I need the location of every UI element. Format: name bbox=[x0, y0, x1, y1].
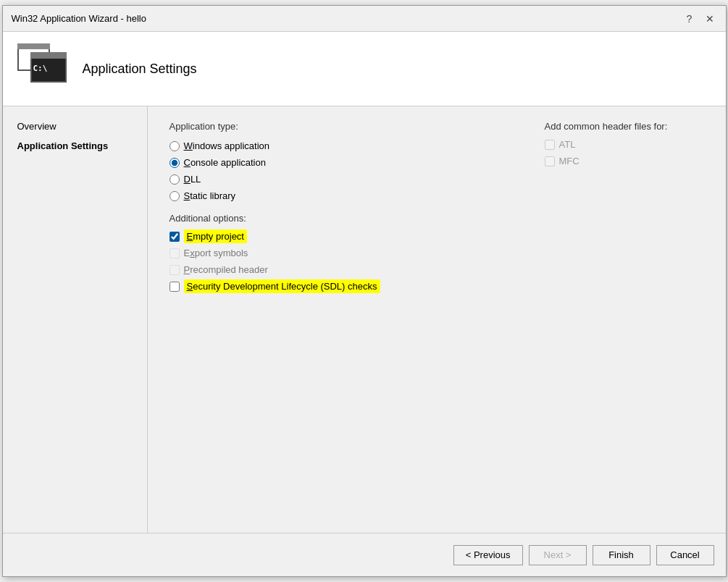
radio-label-dll: DLL bbox=[184, 174, 201, 185]
checkbox-label-export-symbols: Export symbols bbox=[184, 248, 248, 258]
app-type-title: Application type: bbox=[170, 121, 501, 132]
checkbox-group-options: Empty project Export symbols Precompiled… bbox=[170, 231, 501, 292]
cancel-button[interactable]: Cancel bbox=[656, 545, 714, 565]
checkbox-mfc bbox=[545, 156, 555, 166]
close-button[interactable]: ✕ bbox=[703, 12, 717, 26]
sidebar-item-overview[interactable]: Overview bbox=[12, 118, 138, 135]
radio-item-dll[interactable]: DLL bbox=[170, 174, 501, 185]
additional-options-title: Additional options: bbox=[170, 213, 501, 224]
icon-text: C:\ bbox=[33, 64, 48, 73]
dialog-window: Win32 Application Wizard - hello ? ✕ C:\… bbox=[2, 5, 727, 577]
checkbox-atl bbox=[545, 140, 555, 150]
radio-console[interactable] bbox=[170, 158, 180, 168]
radio-label-console: Console application bbox=[184, 157, 266, 168]
sidebar: Overview Application Settings bbox=[3, 106, 148, 533]
checkbox-empty-project[interactable] bbox=[170, 232, 180, 242]
checkbox-item-sdl[interactable]: Security Development Lifecycle (SDL) che… bbox=[170, 281, 501, 292]
checkbox-label-empty-project: Empty project bbox=[184, 231, 247, 242]
content-area: Overview Application Settings Applicatio… bbox=[3, 106, 726, 533]
next-button[interactable]: Next > bbox=[529, 545, 587, 565]
col-left: Application type: Windows application Co… bbox=[170, 121, 501, 292]
title-bar: Win32 Application Wizard - hello ? ✕ bbox=[3, 6, 726, 32]
checkbox-sdl[interactable] bbox=[170, 282, 180, 292]
radio-static[interactable] bbox=[170, 191, 180, 201]
sidebar-item-application-settings[interactable]: Application Settings bbox=[12, 138, 138, 154]
radio-windows[interactable] bbox=[170, 141, 180, 151]
checkbox-item-atl: ATL bbox=[545, 139, 704, 150]
radio-label-windows: Windows application bbox=[184, 140, 270, 151]
highlight-sdl: Security Development Lifecycle (SDL) che… bbox=[184, 279, 380, 293]
radio-label-static: Static library bbox=[184, 190, 236, 201]
checkbox-label-sdl: Security Development Lifecycle (SDL) che… bbox=[184, 281, 380, 292]
checkbox-label-atl: ATL bbox=[559, 139, 576, 150]
checkbox-item-precompiled: Precompiled header bbox=[170, 264, 501, 275]
common-headers-title: Add common header files for: bbox=[545, 121, 704, 132]
window-title: Win32 Application Wizard - hello bbox=[12, 13, 146, 24]
help-button[interactable]: ? bbox=[682, 12, 697, 26]
checkbox-group-headers: ATL MFC bbox=[545, 139, 704, 166]
finish-button[interactable]: Finish bbox=[593, 545, 650, 565]
radio-item-static[interactable]: Static library bbox=[170, 190, 501, 201]
two-col-layout: Application type: Windows application Co… bbox=[170, 121, 704, 292]
radio-dll[interactable] bbox=[170, 174, 180, 185]
col-right: Add common header files for: ATL MFC bbox=[545, 121, 704, 292]
checkbox-item-empty-project[interactable]: Empty project bbox=[170, 231, 501, 242]
checkbox-label-precompiled: Precompiled header bbox=[184, 264, 268, 275]
highlight-empty-project: Empty project bbox=[184, 229, 247, 243]
previous-button[interactable]: < Previous bbox=[453, 545, 523, 565]
main-content: Application type: Windows application Co… bbox=[148, 106, 726, 533]
header-title: Application Settings bbox=[83, 62, 197, 77]
footer-section: < Previous Next > Finish Cancel bbox=[3, 533, 726, 576]
checkbox-item-mfc: MFC bbox=[545, 156, 704, 166]
radio-group-app-type: Windows application Console application … bbox=[170, 140, 501, 201]
checkbox-label-mfc: MFC bbox=[559, 156, 580, 166]
title-bar-controls: ? ✕ bbox=[682, 12, 717, 26]
radio-item-console[interactable]: Console application bbox=[170, 157, 501, 168]
icon-window-title-bar bbox=[17, 43, 50, 49]
checkbox-precompiled bbox=[170, 265, 180, 275]
radio-item-windows[interactable]: Windows application bbox=[170, 140, 501, 151]
checkbox-export-symbols bbox=[170, 248, 180, 258]
icon-window2-title-bar bbox=[30, 52, 67, 59]
wizard-icon: C:\ bbox=[17, 43, 68, 94]
header-section: C:\ Application Settings bbox=[3, 32, 726, 106]
checkbox-item-export-symbols: Export symbols bbox=[170, 248, 501, 258]
